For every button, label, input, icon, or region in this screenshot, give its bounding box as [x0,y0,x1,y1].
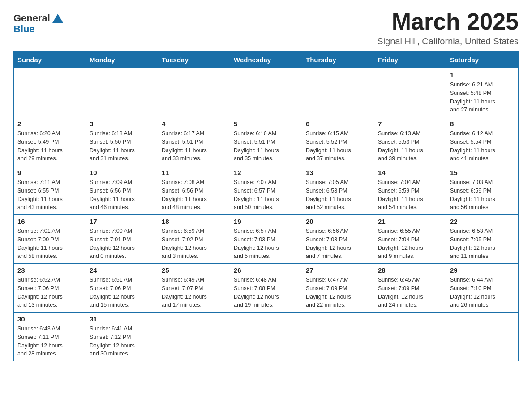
logo-triangle-icon [52,14,63,23]
day-number: 8 [450,120,515,128]
calendar-cell [230,68,302,117]
week-row-4: 23Sunrise: 6:52 AM Sunset: 7:06 PM Dayli… [14,264,519,313]
day-number: 17 [90,218,154,225]
calendar-cell: 2Sunrise: 6:20 AM Sunset: 5:49 PM Daylig… [14,117,86,166]
logo: General Blue [13,13,63,35]
weekday-row: SundayMondayTuesdayWednesdayThursdayFrid… [14,51,519,68]
day-number: 20 [306,218,370,225]
day-info: Sunrise: 6:15 AM Sunset: 5:52 PM Dayligh… [306,129,370,163]
day-info: Sunrise: 7:07 AM Sunset: 6:57 PM Dayligh… [234,178,298,212]
day-info: Sunrise: 6:44 AM Sunset: 7:10 PM Dayligh… [450,276,515,309]
calendar-cell: 1Sunrise: 6:21 AM Sunset: 5:48 PM Daylig… [446,68,519,117]
day-info: Sunrise: 6:55 AM Sunset: 7:04 PM Dayligh… [378,227,442,261]
calendar-cell [86,68,158,117]
day-info: Sunrise: 6:41 AM Sunset: 7:12 PM Dayligh… [90,325,154,358]
day-number: 15 [450,169,515,176]
day-number: 12 [234,169,298,176]
weekday-tuesday: Tuesday [158,51,230,68]
calendar-cell [374,313,446,361]
calendar-cell: 21Sunrise: 6:55 AM Sunset: 7:04 PM Dayli… [374,215,446,264]
day-number: 7 [378,120,442,128]
weekday-sunday: Sunday [14,51,86,68]
calendar-cell: 6Sunrise: 6:15 AM Sunset: 5:52 PM Daylig… [302,117,374,166]
day-number: 1 [450,71,515,79]
weekday-friday: Friday [374,51,446,68]
week-row-1: 2Sunrise: 6:20 AM Sunset: 5:49 PM Daylig… [14,117,519,166]
calendar-cell: 7Sunrise: 6:13 AM Sunset: 5:53 PM Daylig… [374,117,446,166]
calendar-header: SundayMondayTuesdayWednesdayThursdayFrid… [14,51,519,68]
day-number: 31 [90,315,154,323]
calendar-cell [374,68,446,117]
calendar-cell [158,313,230,361]
calendar-cell [14,68,86,117]
day-info: Sunrise: 6:52 AM Sunset: 7:06 PM Dayligh… [17,276,82,309]
calendar-cell [446,313,519,361]
calendar-cell: 26Sunrise: 6:48 AM Sunset: 7:08 PM Dayli… [230,264,302,313]
calendar-cell: 28Sunrise: 6:45 AM Sunset: 7:09 PM Dayli… [374,264,446,313]
day-info: Sunrise: 6:56 AM Sunset: 7:03 PM Dayligh… [306,227,370,261]
day-number: 13 [306,169,370,176]
day-info: Sunrise: 6:47 AM Sunset: 7:09 PM Dayligh… [306,276,370,309]
week-row-2: 9Sunrise: 7:11 AM Sunset: 6:55 PM Daylig… [14,166,519,215]
title-block: March 2025 Signal Hill, California, Unit… [377,9,519,47]
day-number: 30 [17,315,82,323]
day-number: 11 [162,169,226,176]
calendar-cell: 13Sunrise: 7:05 AM Sunset: 6:58 PM Dayli… [302,166,374,215]
header: General Blue March 2025 Signal Hill, Cal… [13,9,519,47]
calendar-cell: 5Sunrise: 6:16 AM Sunset: 5:51 PM Daylig… [230,117,302,166]
day-number: 14 [378,169,442,176]
day-info: Sunrise: 7:04 AM Sunset: 6:59 PM Dayligh… [378,178,442,212]
day-info: Sunrise: 7:01 AM Sunset: 7:00 PM Dayligh… [17,227,82,261]
day-info: Sunrise: 6:12 AM Sunset: 5:54 PM Dayligh… [450,129,515,163]
calendar-cell: 24Sunrise: 6:51 AM Sunset: 7:06 PM Dayli… [86,264,158,313]
week-row-0: 1Sunrise: 6:21 AM Sunset: 5:48 PM Daylig… [14,68,519,117]
calendar-cell [230,313,302,361]
calendar-cell: 12Sunrise: 7:07 AM Sunset: 6:57 PM Dayli… [230,166,302,215]
day-info: Sunrise: 6:43 AM Sunset: 7:11 PM Dayligh… [17,325,82,358]
calendar-cell [158,68,230,117]
calendar-cell: 27Sunrise: 6:47 AM Sunset: 7:09 PM Dayli… [302,264,374,313]
calendar-cell: 29Sunrise: 6:44 AM Sunset: 7:10 PM Dayli… [446,264,519,313]
day-number: 16 [17,218,82,225]
calendar-cell: 11Sunrise: 7:08 AM Sunset: 6:56 PM Dayli… [158,166,230,215]
day-number: 3 [90,120,154,128]
day-info: Sunrise: 6:21 AM Sunset: 5:48 PM Dayligh… [450,81,515,114]
day-number: 6 [306,120,370,128]
day-info: Sunrise: 6:49 AM Sunset: 7:07 PM Dayligh… [162,276,226,309]
calendar-cell: 23Sunrise: 6:52 AM Sunset: 7:06 PM Dayli… [14,264,86,313]
calendar-cell: 8Sunrise: 6:12 AM Sunset: 5:54 PM Daylig… [446,117,519,166]
day-number: 9 [17,169,82,176]
day-number: 27 [306,266,370,274]
day-info: Sunrise: 6:57 AM Sunset: 7:03 PM Dayligh… [234,227,298,261]
calendar-cell: 14Sunrise: 7:04 AM Sunset: 6:59 PM Dayli… [374,166,446,215]
calendar-cell [302,313,374,361]
day-info: Sunrise: 7:03 AM Sunset: 6:59 PM Dayligh… [450,178,515,212]
day-number: 24 [90,266,154,274]
calendar-cell: 4Sunrise: 6:17 AM Sunset: 5:51 PM Daylig… [158,117,230,166]
calendar-cell: 9Sunrise: 7:11 AM Sunset: 6:55 PM Daylig… [14,166,86,215]
day-info: Sunrise: 6:59 AM Sunset: 7:02 PM Dayligh… [162,227,226,261]
day-number: 5 [234,120,298,128]
day-info: Sunrise: 6:18 AM Sunset: 5:50 PM Dayligh… [90,129,154,163]
day-number: 10 [90,169,154,176]
day-info: Sunrise: 6:45 AM Sunset: 7:09 PM Dayligh… [378,276,442,309]
calendar-subtitle: Signal Hill, California, United States [377,36,519,47]
day-info: Sunrise: 7:11 AM Sunset: 6:55 PM Dayligh… [17,178,82,212]
day-number: 22 [450,218,515,225]
calendar-cell: 19Sunrise: 6:57 AM Sunset: 7:03 PM Dayli… [230,215,302,264]
day-info: Sunrise: 7:05 AM Sunset: 6:58 PM Dayligh… [306,178,370,212]
calendar-cell: 18Sunrise: 6:59 AM Sunset: 7:02 PM Dayli… [158,215,230,264]
weekday-thursday: Thursday [302,51,374,68]
day-number: 4 [162,120,226,128]
day-number: 26 [234,266,298,274]
calendar-body: 1Sunrise: 6:21 AM Sunset: 5:48 PM Daylig… [14,68,519,361]
calendar-cell: 31Sunrise: 6:41 AM Sunset: 7:12 PM Dayli… [86,313,158,361]
day-info: Sunrise: 6:17 AM Sunset: 5:51 PM Dayligh… [162,129,226,163]
weekday-saturday: Saturday [446,51,519,68]
calendar-cell: 20Sunrise: 6:56 AM Sunset: 7:03 PM Dayli… [302,215,374,264]
calendar-cell: 25Sunrise: 6:49 AM Sunset: 7:07 PM Dayli… [158,264,230,313]
day-info: Sunrise: 6:16 AM Sunset: 5:51 PM Dayligh… [234,129,298,163]
day-number: 23 [17,266,82,274]
calendar-cell [302,68,374,117]
day-info: Sunrise: 7:08 AM Sunset: 6:56 PM Dayligh… [162,178,226,212]
